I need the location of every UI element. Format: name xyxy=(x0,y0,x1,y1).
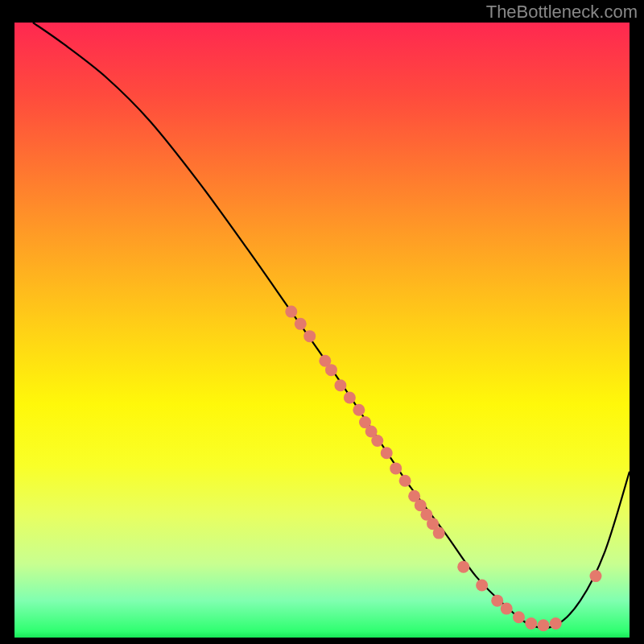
data-point xyxy=(491,595,503,607)
data-points-group xyxy=(285,306,601,632)
data-point xyxy=(589,570,601,582)
chart-plot-area xyxy=(14,23,630,638)
data-point xyxy=(295,318,307,330)
data-point xyxy=(390,462,402,474)
data-point xyxy=(303,330,316,342)
data-point xyxy=(381,447,393,459)
data-point xyxy=(325,364,337,376)
watermark-text: TheBottleneck.com xyxy=(486,2,638,23)
data-point xyxy=(285,306,297,318)
data-point xyxy=(334,379,346,391)
chart-svg xyxy=(14,23,630,638)
data-point xyxy=(344,392,356,404)
data-point xyxy=(433,527,445,539)
data-point xyxy=(371,435,383,447)
data-point xyxy=(513,611,525,623)
data-point xyxy=(353,404,365,416)
data-point xyxy=(457,561,469,573)
data-point xyxy=(476,580,488,592)
data-point xyxy=(538,619,550,631)
data-point xyxy=(399,475,411,487)
data-point xyxy=(501,603,513,615)
bottleneck-curve xyxy=(33,23,630,628)
data-point xyxy=(550,617,562,630)
data-point xyxy=(525,617,537,630)
